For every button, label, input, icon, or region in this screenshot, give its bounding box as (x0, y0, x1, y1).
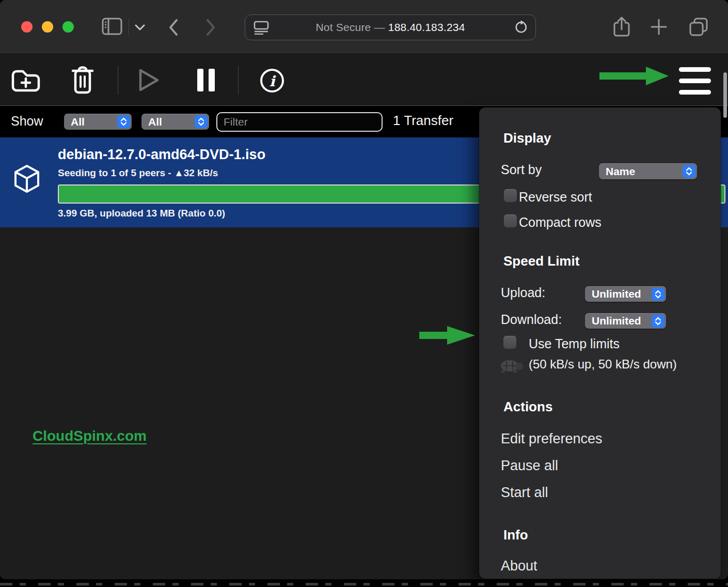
download-limit-select[interactable]: Unlimited (585, 313, 666, 329)
actions-section-header: Actions (503, 399, 552, 415)
compact-rows-checkbox[interactable] (504, 214, 517, 227)
cloudspinx-watermark-link[interactable]: CloudSpinx.com (33, 428, 147, 444)
compact-rows-label[interactable]: Compact rows (519, 215, 602, 230)
forward-button[interactable] (205, 19, 216, 36)
show-label: Show (11, 114, 43, 129)
svg-text:i: i (270, 73, 276, 90)
add-torrent-button[interactable] (11, 68, 41, 93)
action-menu-popover: Display Sort by Name Reverse sort Compac… (479, 107, 721, 579)
start-torrent-button[interactable] (137, 68, 161, 92)
torrent-name: debian-12.7.0-amd64-DVD-1.iso (58, 147, 265, 163)
toolbar-divider (238, 66, 239, 95)
address-bar[interactable]: Not Secure — 188.40.183.234 (245, 14, 536, 40)
upload-label: Upload: (501, 285, 545, 300)
sidebar-toggle-icon[interactable] (102, 18, 122, 35)
sort-by-value: Name (599, 165, 635, 178)
new-tab-plus-icon[interactable] (651, 19, 667, 35)
zoom-window-button[interactable] (62, 21, 74, 33)
upload-limit-value: Unlimited (585, 288, 641, 300)
transfer-count: 1 Transfer (393, 113, 453, 129)
tracker-filter-value: All (141, 116, 162, 128)
stepper-icon (117, 115, 130, 128)
filter-input[interactable] (216, 112, 383, 132)
turtle-icon (500, 359, 525, 374)
state-filter-select[interactable]: All (64, 114, 132, 130)
tab-overview-icon[interactable] (689, 17, 708, 37)
close-window-button[interactable] (21, 21, 33, 33)
toolbar-divider (118, 66, 118, 95)
tracker-filter-select[interactable]: All (141, 114, 209, 130)
browser-chrome: Not Secure — 188.40.183.234 (0, 0, 728, 54)
menu-item-start-all[interactable]: Start all (501, 485, 548, 501)
speed-limit-section-header: Speed Limit (503, 253, 579, 269)
menu-item-about[interactable]: About (501, 558, 537, 574)
address-text: Not Secure — 188.40.183.234 (315, 21, 465, 34)
chrome-divider (129, 19, 129, 35)
sort-by-label: Sort by (501, 162, 542, 177)
stepper-icon (195, 115, 208, 128)
display-section-header: Display (503, 130, 551, 146)
info-section-header: Info (503, 527, 528, 543)
inspector-info-button[interactable]: i (259, 68, 285, 94)
remove-torrent-button[interactable] (70, 65, 95, 95)
page-format-icon[interactable] (254, 21, 269, 35)
torrent-details: 3.99 GB, uploaded 13 MB (Ratio 0.0) (58, 208, 225, 219)
annotation-arrow-menu (599, 66, 669, 86)
safari-window: Not Secure — 188.40.183.234 (0, 0, 728, 579)
desktop-background-strip (0, 579, 728, 587)
state-filter-value: All (64, 116, 85, 128)
hamburger-menu-button[interactable] (679, 67, 711, 95)
share-icon[interactable] (612, 16, 631, 38)
temp-limits-note: (50 kB/s up, 50 kB/s down) (529, 357, 677, 372)
screen: Not Secure — 188.40.183.234 (0, 0, 728, 587)
minimize-window-button[interactable] (42, 21, 53, 33)
menu-item-edit-preferences[interactable]: Edit preferences (501, 431, 603, 447)
download-label: Download: (501, 312, 562, 327)
stepper-icon (683, 165, 695, 178)
back-button[interactable] (168, 19, 179, 36)
stepper-icon (652, 315, 664, 328)
reverse-sort-checkbox[interactable] (504, 189, 517, 202)
use-temp-limits-checkbox[interactable] (503, 336, 516, 349)
annotation-arrow-speed-limit (419, 325, 475, 346)
menu-item-pause-all[interactable]: Pause all (501, 458, 558, 474)
chevron-down-icon[interactable] (135, 24, 145, 30)
pause-torrent-button[interactable] (195, 68, 217, 92)
upload-limit-select[interactable]: Unlimited (585, 286, 666, 302)
address-host: 188.40.183.234 (388, 21, 465, 33)
clipped-background-text (0, 583, 728, 585)
reload-icon[interactable] (514, 20, 528, 35)
use-temp-limits-label[interactable]: Use Temp limits (529, 336, 620, 351)
scrollbar-thumb[interactable] (723, 72, 727, 118)
not-secure-label: Not Secure — (315, 21, 388, 33)
stepper-icon (652, 288, 664, 301)
torrent-status: Seeding to 1 of 5 peers - ▲32 kB/s (58, 167, 218, 179)
reverse-sort-label[interactable]: Reverse sort (519, 190, 592, 205)
sort-by-select[interactable]: Name (599, 163, 697, 179)
download-limit-value: Unlimited (585, 315, 641, 327)
torrent-package-icon (13, 164, 40, 193)
